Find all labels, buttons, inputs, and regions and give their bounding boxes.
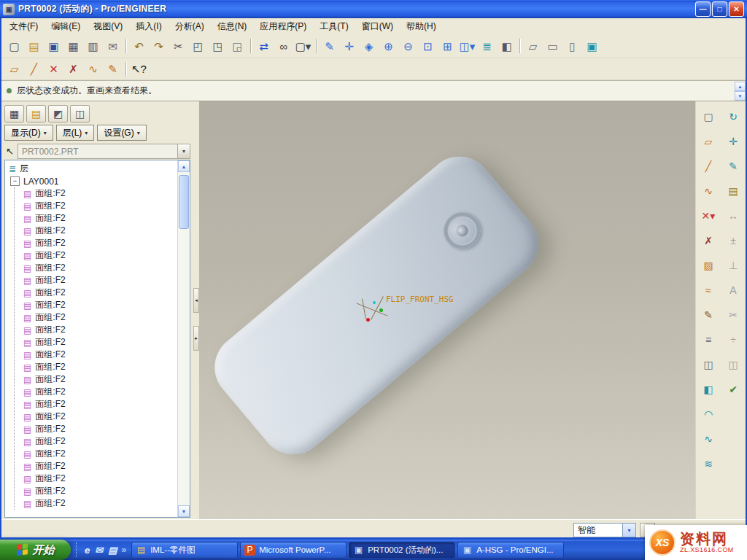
tree-scroll-up-button[interactable] xyxy=(178,160,190,172)
layer-tree-item[interactable]: ▤ 面组:F2 xyxy=(23,472,177,485)
datum-axes-toggle-icon[interactable]: ▭ xyxy=(543,37,562,55)
panel-splitter[interactable] xyxy=(193,101,199,519)
menu-item[interactable]: 工具(T) xyxy=(313,18,355,35)
layer-tree-item[interactable]: ▤ 面组:F2 xyxy=(23,249,177,262)
datum-curve-icon[interactable]: ∿ xyxy=(84,60,102,78)
quicklaunch-chevron-icon[interactable]: » xyxy=(121,545,126,555)
selection-filter-combobox[interactable]: 智能 xyxy=(573,523,636,537)
select-region-icon[interactable]: ▢ xyxy=(698,106,719,126)
menu-item[interactable]: 信息(N) xyxy=(211,18,254,35)
rotate-view-icon[interactable]: ↻ xyxy=(723,106,743,126)
minimize-button[interactable]: — xyxy=(695,1,711,17)
layer-tree-item[interactable]: ▤ 面组:F2 xyxy=(23,299,177,311)
offset-tool-icon[interactable]: ≡ xyxy=(698,330,719,349)
paste-icon[interactable]: ◳ xyxy=(209,37,227,55)
text-tool-icon[interactable]: A xyxy=(723,280,743,300)
task-ahsg[interactable]: ▣ A-HSG - Pro/ENGI... xyxy=(457,542,564,559)
refit-icon[interactable]: ⊡ xyxy=(419,37,437,55)
quicklaunch-handle[interactable] xyxy=(76,542,79,557)
open-file-icon[interactable]: ▤ xyxy=(25,37,43,55)
settings-menu-button[interactable]: 设置(G) xyxy=(97,125,146,141)
layer-tree-item[interactable]: ▤ 面组:F2 xyxy=(23,373,177,386)
datum-point-icon[interactable]: ✕ xyxy=(44,60,63,78)
view-manager-icon[interactable]: ◧ xyxy=(498,37,516,55)
copy-icon[interactable]: ◰ xyxy=(189,37,207,55)
cut-icon[interactable]: ✂ xyxy=(169,37,187,55)
mirror-entity-icon[interactable]: ◫ xyxy=(723,354,743,374)
spin-center-icon[interactable]: ✛ xyxy=(340,37,358,55)
csys-toggle-icon[interactable]: ▣ xyxy=(583,37,601,55)
tree-scroll-thumb[interactable] xyxy=(179,175,189,229)
layer-folder-icon[interactable]: ▤ xyxy=(26,105,46,122)
layer-tree-item[interactable]: ▤ 面组:F2 xyxy=(23,386,177,398)
menu-item[interactable]: 分析(A) xyxy=(169,18,211,35)
zoom-out-icon[interactable]: ⊖ xyxy=(399,37,417,55)
layer-tree-item[interactable]: ▤ 面组:F2 xyxy=(23,225,177,237)
menu-item[interactable]: 帮助(H) xyxy=(400,18,443,35)
datum-csys-icon[interactable]: ✗ xyxy=(64,60,82,78)
menu-item[interactable]: 文件(F) xyxy=(3,18,44,35)
datum-points-toggle-icon[interactable]: ▯ xyxy=(563,37,581,55)
start-button[interactable]: 开始 xyxy=(0,540,71,560)
datum-point-tool-icon[interactable]: ✕▾ xyxy=(698,206,719,225)
sketch-icon[interactable]: ✎ xyxy=(104,60,122,78)
display-menu-button[interactable]: 显示(D) xyxy=(4,125,53,141)
layer-tree-item[interactable]: ▤ 面组:F2 xyxy=(23,212,177,225)
datum-axis-tool-icon[interactable]: ╱ xyxy=(698,156,719,176)
saved-views-icon[interactable]: ◫▾ xyxy=(458,37,476,55)
layer-tree-item[interactable]: ▤ 面组:F2 xyxy=(23,274,177,287)
sweep-tool-icon[interactable]: ∿ xyxy=(698,429,719,448)
trim-tool-icon[interactable]: ✂ xyxy=(723,305,743,324)
layer-tree-item[interactable]: ▤ 面组:F2 xyxy=(23,287,177,299)
tree-scroll-track[interactable] xyxy=(178,172,190,505)
find-icon[interactable]: ∞ xyxy=(274,37,293,55)
tree-scrollbar[interactable] xyxy=(177,160,190,517)
datum-csys-tool-icon[interactable]: ✗ xyxy=(698,230,719,250)
layer-menu-button[interactable]: 层(L) xyxy=(56,125,95,141)
layer-item-new-icon[interactable]: ◩ xyxy=(48,105,68,122)
zoom-in-icon[interactable]: ⊕ xyxy=(379,37,398,55)
datum-plane-tool-icon[interactable]: ▱ xyxy=(698,131,719,151)
select-filter-icon[interactable]: ▢▾ xyxy=(294,37,312,55)
message-scroll-up-button[interactable] xyxy=(735,82,746,91)
menu-item[interactable]: 编辑(E) xyxy=(44,18,87,35)
layer-tree-item[interactable]: ▤ 面组:F2 xyxy=(23,349,177,361)
combo-dropdown-icon[interactable] xyxy=(177,144,190,158)
paste-special-icon[interactable]: ◲ xyxy=(228,37,247,55)
dimension-icon[interactable]: ↔ xyxy=(723,206,743,225)
layer-tree-item[interactable]: ▤ 面组:F2 xyxy=(23,485,177,497)
repaint-icon[interactable]: ✎ xyxy=(320,37,338,55)
layers-icon[interactable]: ≣ xyxy=(478,37,496,55)
3d-viewport[interactable]: FLIP_FRONT_HSG xyxy=(199,101,695,519)
accept-icon[interactable]: ✔ xyxy=(723,379,743,399)
layer-tree-item[interactable]: ▤ 面组:F2 xyxy=(23,448,177,460)
sketch-tool-icon[interactable]: ✎ xyxy=(698,305,719,324)
sketch-plane-icon[interactable]: ▱ xyxy=(5,60,23,78)
extrude-tool-icon[interactable]: ◧ xyxy=(698,379,719,399)
new-file-icon[interactable]: ▢ xyxy=(5,37,23,55)
layer-tree-root[interactable]: ≣ 层 xyxy=(9,163,177,175)
menu-item[interactable]: 插入(I) xyxy=(129,18,168,35)
blend-tool-icon[interactable]: ≋ xyxy=(698,454,719,473)
layer-tree-item[interactable]: ▤ 面组:F2 xyxy=(23,262,177,274)
collapse-panel-button[interactable] xyxy=(193,288,199,313)
context-help-icon[interactable]: ↖? xyxy=(130,60,148,78)
restore-button[interactable]: □ xyxy=(712,1,727,17)
annotate-icon[interactable]: ✎ xyxy=(723,156,743,176)
print-icon[interactable]: ▦ xyxy=(64,37,82,55)
layer-tree-item[interactable]: ▤ 面组:F2 xyxy=(23,435,177,448)
layer-copy-icon[interactable]: ◫ xyxy=(70,105,90,122)
show-desktop-icon[interactable]: ▤ xyxy=(108,545,117,556)
divide-tool-icon[interactable]: ÷ xyxy=(723,330,743,349)
datum-axis-icon[interactable]: ╱ xyxy=(25,60,43,78)
layer-tree-item[interactable]: ▤ 面组:F2 xyxy=(23,398,177,411)
task-prt0002[interactable]: ▣ PRT0002 (活动的)... xyxy=(349,542,455,559)
layer-tree-item[interactable]: ▤ 面组:F2 xyxy=(23,336,177,349)
collapse-icon[interactable]: − xyxy=(10,176,20,186)
selection-combobox[interactable]: PRT0002.PRT xyxy=(18,144,190,159)
datum-planes-toggle-icon[interactable]: ▱ xyxy=(524,37,542,55)
layer-tree-item[interactable]: ▤ 面组:F2 xyxy=(23,324,177,336)
task-powerpoint[interactable]: P Microsoft PowerP... xyxy=(240,542,347,559)
revolve-tool-icon[interactable]: ◠ xyxy=(698,404,719,424)
expand-panel-button[interactable] xyxy=(193,326,199,351)
